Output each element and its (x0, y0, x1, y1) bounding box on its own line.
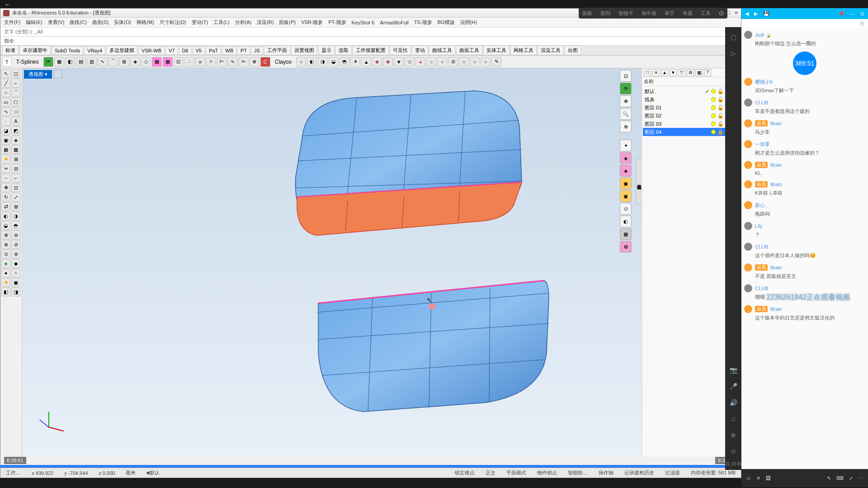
tool-btn-24[interactable]: ◒ (329, 57, 339, 67)
lt-extend[interactable]: → (1, 174, 10, 183)
layer-color-icon[interactable]: ▦ (695, 69, 703, 76)
tool-btn-16[interactable]: ✧ (206, 57, 216, 67)
status-filter[interactable]: 过滤器 (663, 469, 682, 476)
lt-polyline[interactable]: ⌐ (11, 79, 20, 88)
rs-vol-icon[interactable]: 🔊 (727, 396, 740, 409)
chat-img-icon[interactable]: 🖼 (766, 475, 771, 481)
tool-btn-33[interactable]: ○ (426, 57, 436, 67)
tool-btn-6[interactable]: ∿ (98, 57, 108, 67)
tab-zhuo[interactable]: 卓尔谦塑牛 (19, 46, 51, 55)
nav-t6-icon[interactable]: ⊙ (620, 203, 632, 215)
tab-surftools[interactable]: 曲面工具 (456, 46, 482, 55)
chat-close-icon[interactable]: ⊙ (860, 11, 864, 17)
chat-avatar[interactable] (744, 161, 752, 169)
lt-t15[interactable]: ✸ (1, 278, 10, 287)
lt-t1[interactable]: ◐ (1, 211, 10, 221)
chat-edit-icon[interactable]: ✎ (827, 475, 831, 481)
chat-avatar[interactable] (744, 99, 752, 107)
layer-bulb-icon[interactable] (711, 97, 716, 102)
nav-orbit-icon[interactable]: ⊕ (620, 121, 632, 132)
rs-mic-icon[interactable]: 🎤 (727, 380, 740, 393)
chat-avatar[interactable] (744, 180, 752, 188)
tab-select[interactable]: 选取 (335, 46, 352, 55)
chat-nav-fwd-icon[interactable]: ▶ (754, 11, 758, 17)
layer-lock-icon[interactable]: 🔓 (717, 129, 724, 135)
stream-btn-pip[interactable]: 画中画 (642, 10, 656, 17)
chat-avatar[interactable] (744, 140, 752, 148)
chat-avatar[interactable] (744, 119, 752, 127)
menu-vsr[interactable]: VSR-随参 (299, 18, 325, 27)
tool-btn-11[interactable]: ▦ (152, 57, 162, 67)
lt-mesh2[interactable]: ▩ (11, 145, 20, 154)
rs-clock-icon[interactable]: ⊙ (727, 445, 740, 458)
tab-pt[interactable]: PT (237, 47, 250, 55)
nav-t4-icon[interactable]: ▣ (620, 178, 632, 189)
tab-subd[interactable]: SubD Tools (52, 47, 83, 55)
tool-btn-30[interactable]: ▼ (394, 57, 404, 67)
lt-curve[interactable]: ∿ (1, 107, 10, 116)
menu-armadillo[interactable]: ArmadilloFull (378, 19, 410, 26)
lt-t6[interactable]: ⊖ (11, 230, 20, 239)
tab-d6[interactable]: D6 (179, 47, 192, 55)
lt-circle[interactable]: ○ (1, 88, 10, 97)
lt-rotate[interactable]: ↻ (1, 192, 10, 202)
layer-bulb-icon[interactable] (711, 113, 716, 118)
lt-move[interactable]: ✥ (1, 183, 10, 192)
nav-t7-icon[interactable]: ◐ (620, 216, 632, 227)
rs-music-icon[interactable]: ♫ (727, 413, 740, 425)
menu-keyshot[interactable]: KeyShot 6 (350, 19, 377, 26)
back-arrow[interactable]: ← (5, 1, 11, 8)
tool-btn-1[interactable]: ⟳ (43, 57, 53, 67)
tool-btn-29[interactable]: ◆ (383, 57, 393, 67)
tool-btn-14[interactable]: ∴ (184, 57, 194, 67)
tool-btn-13[interactable]: ⊡ (174, 57, 184, 67)
command-input[interactable] (17, 38, 737, 44)
tool-btn-18[interactable]: ∿ (228, 57, 238, 67)
tab-visibility[interactable]: 可见性 (390, 46, 411, 55)
lt-line[interactable]: ╱ (1, 79, 10, 88)
nav-t1-icon[interactable]: ✦ (620, 140, 632, 151)
tab-setview[interactable]: 设置视图 (291, 46, 317, 55)
chat-username[interactable]: Brain (770, 265, 782, 270)
tab-meshtools[interactable]: 网格工具 (510, 46, 537, 55)
menu-dimension[interactable]: 尺寸标注(D) (158, 18, 188, 27)
tab-rendertools[interactable]: 渲染工具 (538, 46, 564, 55)
tab-display[interactable]: 显示 (318, 46, 335, 55)
tool-btn-37[interactable]: ○ (470, 57, 480, 67)
tool-btn-3[interactable]: ◧ (65, 57, 75, 67)
stream-btn-smartcard[interactable]: 智能卡 (618, 10, 633, 17)
tool-btn-35[interactable]: ⊘ (448, 57, 458, 67)
chat-emoji-icon[interactable]: ☺ (746, 475, 751, 481)
tool-btn-25[interactable]: ◓ (340, 57, 349, 67)
rs-ppt-icon[interactable]: ▢ (727, 31, 740, 43)
tab-pat[interactable]: PaT (206, 47, 221, 55)
chat-avatar[interactable] (744, 78, 752, 86)
status-gumball[interactable]: 操作轴 (597, 469, 615, 476)
chat-username[interactable]: Brain (770, 182, 782, 187)
layer-help-icon[interactable]: ? (704, 69, 711, 76)
status-history[interactable]: 记录建构历史 (623, 469, 656, 476)
lt-t16[interactable]: ▣ (11, 278, 20, 287)
rs-cam-icon[interactable]: 📷 (727, 364, 740, 376)
stream-btn-signin[interactable]: 签到 (600, 10, 610, 17)
tab-vray[interactable]: VRay4 (84, 47, 105, 55)
layer-lock-icon[interactable]: 🔓 (717, 89, 724, 94)
tab-solidtools[interactable]: 实体工具 (483, 46, 509, 55)
tool-btn-34[interactable]: ○ (437, 57, 447, 67)
nav-zoom-icon[interactable]: 🔍 (620, 108, 632, 120)
chat-avatar[interactable] (744, 263, 752, 272)
status-smart[interactable]: 智能轨… (566, 469, 590, 476)
menu-solid[interactable]: 实体(O) (112, 18, 133, 27)
lt-t5[interactable]: ⊕ (1, 230, 10, 239)
lt-t9[interactable]: ⊙ (1, 249, 10, 258)
tab-v5[interactable]: V5 (193, 47, 205, 55)
tab-drafting[interactable]: 出图 (565, 46, 581, 55)
lt-scale[interactable]: ⤢ (11, 192, 20, 202)
tool-btn-20[interactable]: ⊕ (250, 57, 259, 67)
layer-tools-icon[interactable]: ⚙ (687, 69, 694, 76)
tool-btn-39[interactable]: ✎ (491, 57, 501, 67)
tool-btn-38[interactable]: ○ (481, 57, 491, 67)
status-osnap[interactable]: 物件锁点 (535, 469, 559, 476)
tool-btn-12[interactable]: ▦ (163, 57, 173, 67)
lt-trim[interactable]: ✂ (1, 164, 10, 173)
